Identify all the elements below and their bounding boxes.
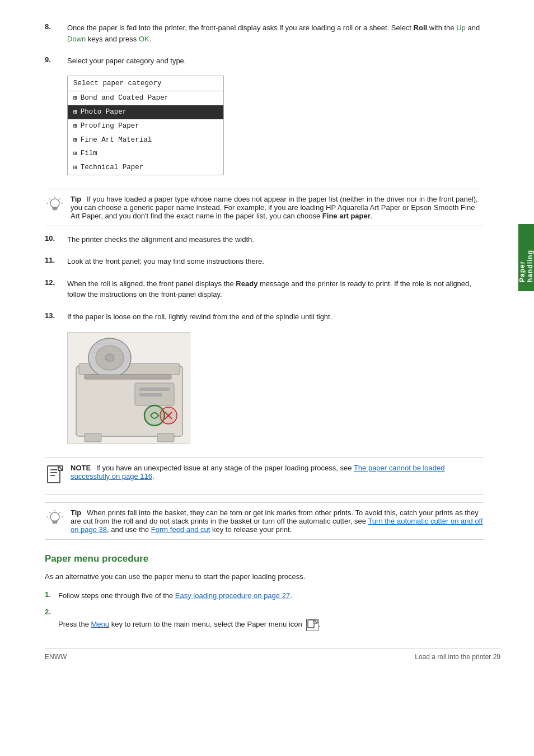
step-13-content: If the paper is loose on the roll, light… (67, 311, 484, 450)
svg-line-2 (50, 198, 51, 199)
svg-point-0 (50, 199, 59, 208)
step-13: 13. If the paper is loose on the roll, l… (45, 311, 484, 450)
expand-icon-fineart: ⊞ (73, 136, 77, 145)
sidebar-tab: Paper handling (518, 224, 534, 291)
paper-item-fineart-label: Fine Art Material (81, 135, 152, 146)
footer-right: Load a roll into the printer 29 (415, 653, 500, 661)
up-key: Up (456, 24, 466, 32)
note-page-icon-1 (45, 465, 65, 488)
down-key: Down (67, 35, 86, 43)
step-12-content: When the roll is aligned, the front pane… (67, 278, 484, 304)
step-9-num: 9. (45, 55, 67, 64)
fine-art-paper-bold: Fine art paper (322, 212, 371, 220)
step-13-num: 13. (45, 311, 67, 320)
paper-item-technical-label: Technical Paper (81, 162, 144, 173)
ready-bold: Ready (236, 279, 257, 288)
paper-menu-icon (306, 619, 318, 631)
note-1-body: If you have an unexpected issue at any s… (96, 464, 354, 472)
paper-item-photo-label: Photo Paper (81, 107, 127, 118)
svg-rect-29 (85, 433, 101, 442)
paper-selector: Select paper category ⊞ Bond and Coated … (67, 76, 224, 175)
svg-rect-46 (308, 620, 314, 628)
paper-item-technical[interactable]: ⊞ Technical Paper (68, 161, 223, 175)
paper-selector-title: Select paper category (68, 76, 223, 92)
tip-box-2: Tip When prints fall into the basket, th… (45, 502, 484, 540)
expand-icon-proofing: ⊞ (73, 122, 77, 131)
svg-rect-34 (50, 475, 55, 476)
paper-item-proofing-label: Proofing Paper (81, 121, 139, 132)
paper-item-proofing[interactable]: ⊞ Proofing Paper (68, 119, 223, 133)
svg-line-39 (50, 512, 51, 514)
expand-icon-bond: ⊞ (73, 94, 77, 103)
step-10-content: The printer checks the alignment and mea… (67, 234, 484, 249)
paper-item-bond-label: Bond and Coated Paper (81, 93, 169, 104)
tip-1-body: If you have loaded a paper type whose na… (71, 195, 478, 220)
svg-point-14 (105, 354, 114, 362)
note-1-end: . (152, 472, 154, 480)
tip-2-end: key to release your print. (210, 525, 292, 534)
note-1-label: NOTE (71, 464, 91, 472)
svg-point-37 (50, 512, 59, 521)
step-11: 11. Look at the front panel; you may fin… (45, 256, 484, 270)
tip-1-text: Tip If you have loaded a paper type whos… (71, 195, 484, 220)
expand-icon-technical: ⊞ (73, 163, 77, 172)
paper-item-bond[interactable]: ⊞ Bond and Coated Paper (68, 91, 223, 105)
step-9-content: Select your paper category and type. Sel… (67, 55, 484, 181)
step-12-num: 12. (45, 278, 67, 287)
sub-step-1-content: Follow steps one through five of the Eas… (58, 590, 484, 601)
easy-loading-link[interactable]: Easy loading procedure on page 27 (175, 591, 290, 600)
menu-key-link[interactable]: Menu (91, 620, 110, 628)
lightbulb-icon-1 (45, 196, 65, 218)
svg-line-4 (59, 198, 60, 199)
lightbulb-icon-2 (45, 510, 65, 532)
paper-item-fineart[interactable]: ⊞ Fine Art Material (68, 133, 223, 147)
step-10-num: 10. (45, 234, 67, 242)
expand-icon-film: ⊞ (73, 149, 77, 158)
svg-rect-15 (85, 375, 171, 379)
svg-line-41 (59, 512, 60, 514)
tip-2-mid: , and use the (107, 525, 151, 534)
ok-key: OK (139, 35, 149, 43)
tip-box-1: Tip If you have loaded a paper type whos… (45, 189, 484, 226)
sub-step-1: 1. Follow steps one through five of the … (45, 590, 484, 601)
note-box-1: NOTE If you have an unexpected issue at … (45, 458, 484, 494)
tip-2-label: Tip (71, 508, 81, 517)
step-8-content: Once the paper is fed into the printer, … (67, 22, 484, 48)
paper-item-film[interactable]: ⊞ Film (68, 147, 223, 161)
step-8-num: 8. (45, 22, 67, 31)
step-9: 9. Select your paper category and type. … (45, 55, 484, 181)
printer-image-container (67, 332, 190, 444)
sub-step-1-num: 1. (45, 590, 58, 599)
step-12: 12. When the roll is aligned, the front … (45, 278, 484, 304)
tip-2-text: Tip When prints fall into the basket, th… (71, 508, 484, 534)
sub-step-2-content: Press the Menu key to return to the main… (58, 608, 484, 631)
svg-rect-18 (139, 393, 162, 396)
tip-2-link-2[interactable]: Form feed and cut (151, 525, 210, 534)
expand-icon-photo: ⊞ (73, 108, 77, 117)
paper-item-film-label: Film (81, 148, 97, 159)
tip-1-label: Tip (71, 195, 81, 203)
sidebar-tab-label: Paper handling (518, 233, 534, 282)
svg-rect-17 (139, 388, 170, 391)
content-area: 8. Once the paper is fed into the printe… (45, 22, 484, 631)
section-heading-paper-menu: Paper menu procedure (45, 553, 484, 566)
paper-item-photo[interactable]: ⊞ Photo Paper (68, 105, 223, 119)
paper-menu-intro: As an alternative you can use the paper … (45, 571, 484, 582)
page-container: Paper handling 8. Once the paper is fed … (0, 0, 534, 756)
step-11-num: 11. (45, 256, 67, 264)
sub-step-2-num: 2. (45, 608, 58, 616)
note-1-text: NOTE If you have an unexpected issue at … (71, 464, 484, 480)
roll-bold: Roll (414, 24, 428, 32)
page-footer: ENWW Load a roll into the printer 29 (45, 648, 500, 661)
svg-rect-33 (50, 472, 57, 473)
sub-step-2: 2. Press the Menu key to return to the m… (45, 608, 484, 631)
printer-image (67, 332, 190, 444)
footer-left: ENWW (45, 653, 67, 661)
step-8: 8. Once the paper is fed into the printe… (45, 22, 484, 48)
step-11-content: Look at the front panel; you may find so… (67, 256, 484, 270)
svg-rect-30 (157, 433, 174, 442)
step-10: 10. The printer checks the alignment and… (45, 234, 484, 249)
svg-rect-32 (50, 469, 57, 470)
